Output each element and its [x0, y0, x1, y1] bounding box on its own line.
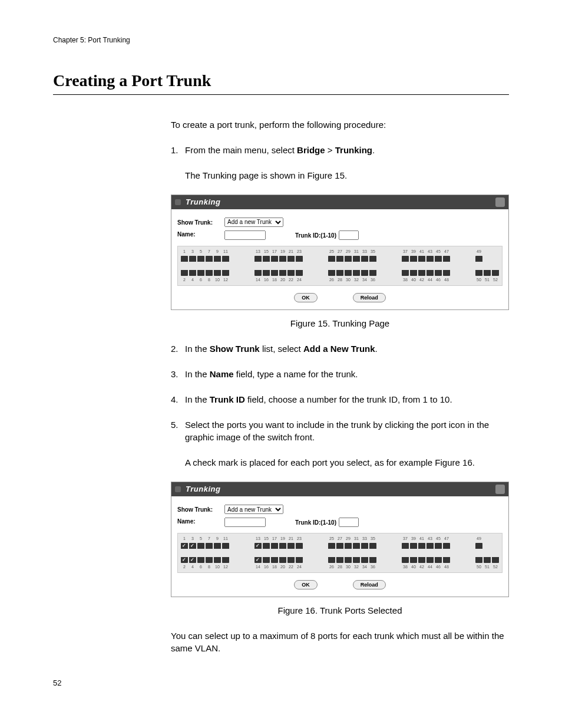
- port-3[interactable]: [189, 543, 196, 549]
- port-29[interactable]: [345, 256, 352, 262]
- port-28[interactable]: [336, 270, 343, 276]
- port-11[interactable]: [222, 543, 229, 549]
- port-24[interactable]: [296, 557, 303, 563]
- port-44[interactable]: [427, 557, 434, 563]
- port-46[interactable]: [435, 557, 442, 563]
- port-19[interactable]: [279, 543, 286, 549]
- port-35[interactable]: [369, 256, 376, 262]
- port-20[interactable]: [279, 557, 286, 563]
- trunk-name-input[interactable]: [224, 230, 266, 240]
- port-51[interactable]: [484, 270, 491, 276]
- port-9[interactable]: [214, 543, 221, 549]
- port-15[interactable]: [263, 256, 270, 262]
- port-44[interactable]: [427, 270, 434, 276]
- port-27[interactable]: [336, 256, 343, 262]
- ok-button[interactable]: OK: [294, 580, 318, 590]
- port-45[interactable]: [435, 256, 442, 262]
- port-5[interactable]: [197, 256, 204, 262]
- port-29[interactable]: [345, 543, 352, 549]
- port-6[interactable]: [197, 557, 204, 563]
- port-43[interactable]: [427, 543, 434, 549]
- port-8[interactable]: [206, 557, 213, 563]
- port-3[interactable]: [189, 256, 196, 262]
- port-38[interactable]: [402, 557, 409, 563]
- port-23[interactable]: [296, 543, 303, 549]
- port-48[interactable]: [443, 270, 450, 276]
- port-33[interactable]: [361, 543, 368, 549]
- port-19[interactable]: [279, 256, 286, 262]
- port-5[interactable]: [197, 543, 204, 549]
- port-25[interactable]: [328, 256, 335, 262]
- reload-button[interactable]: Reload: [353, 293, 386, 303]
- port-32[interactable]: [353, 557, 360, 563]
- port-24[interactable]: [296, 270, 303, 276]
- port-28[interactable]: [336, 557, 343, 563]
- port-37[interactable]: [402, 256, 409, 262]
- port-52[interactable]: [492, 270, 499, 276]
- port-9[interactable]: [214, 256, 221, 262]
- port-51[interactable]: [484, 557, 491, 563]
- port-20[interactable]: [279, 270, 286, 276]
- port-38[interactable]: [402, 270, 409, 276]
- port-40[interactable]: [410, 557, 417, 563]
- show-trunk-select[interactable]: Add a new Trunk: [224, 218, 283, 227]
- port-27[interactable]: [336, 543, 343, 549]
- port-42[interactable]: [418, 557, 425, 563]
- port-4[interactable]: [189, 557, 196, 563]
- port-41[interactable]: [418, 543, 425, 549]
- port-32[interactable]: [353, 270, 360, 276]
- port-31[interactable]: [353, 256, 360, 262]
- port-17[interactable]: [271, 543, 278, 549]
- port-41[interactable]: [418, 256, 425, 262]
- port-14[interactable]: [254, 557, 262, 563]
- trunk-id-input[interactable]: [339, 518, 359, 527]
- port-47[interactable]: [443, 543, 450, 549]
- port-52[interactable]: [492, 557, 499, 563]
- port-36[interactable]: [369, 557, 376, 563]
- port-13[interactable]: [254, 256, 262, 262]
- port-47[interactable]: [443, 256, 450, 262]
- port-30[interactable]: [345, 557, 352, 563]
- port-1[interactable]: [181, 543, 188, 549]
- port-45[interactable]: [435, 543, 442, 549]
- port-42[interactable]: [418, 270, 425, 276]
- port-49[interactable]: [475, 543, 482, 549]
- port-26[interactable]: [328, 270, 335, 276]
- port-40[interactable]: [410, 270, 417, 276]
- port-11[interactable]: [222, 256, 229, 262]
- port-36[interactable]: [369, 270, 376, 276]
- port-25[interactable]: [328, 543, 335, 549]
- port-50[interactable]: [475, 557, 482, 563]
- port-4[interactable]: [189, 270, 196, 276]
- port-12[interactable]: [222, 270, 229, 276]
- port-31[interactable]: [353, 543, 360, 549]
- port-13[interactable]: [254, 543, 262, 549]
- port-37[interactable]: [402, 543, 409, 549]
- port-14[interactable]: [254, 270, 262, 276]
- port-15[interactable]: [263, 543, 270, 549]
- port-10[interactable]: [214, 557, 221, 563]
- port-18[interactable]: [271, 270, 278, 276]
- port-8[interactable]: [206, 270, 213, 276]
- show-trunk-select[interactable]: Add a new Trunk: [224, 505, 283, 514]
- port-22[interactable]: [287, 270, 295, 276]
- port-2[interactable]: [181, 270, 188, 276]
- port-10[interactable]: [214, 270, 221, 276]
- ok-button[interactable]: OK: [294, 293, 318, 303]
- port-39[interactable]: [410, 256, 417, 262]
- port-6[interactable]: [197, 270, 204, 276]
- port-34[interactable]: [361, 270, 368, 276]
- port-39[interactable]: [410, 543, 417, 549]
- port-48[interactable]: [443, 557, 450, 563]
- port-33[interactable]: [361, 256, 368, 262]
- port-12[interactable]: [222, 557, 229, 563]
- port-1[interactable]: [181, 256, 188, 262]
- port-46[interactable]: [435, 270, 442, 276]
- port-2[interactable]: [181, 557, 188, 563]
- reload-button[interactable]: Reload: [353, 580, 386, 590]
- port-16[interactable]: [263, 557, 270, 563]
- port-21[interactable]: [287, 543, 295, 549]
- trunk-id-input[interactable]: [339, 230, 359, 240]
- port-35[interactable]: [369, 543, 376, 549]
- port-23[interactable]: [296, 256, 303, 262]
